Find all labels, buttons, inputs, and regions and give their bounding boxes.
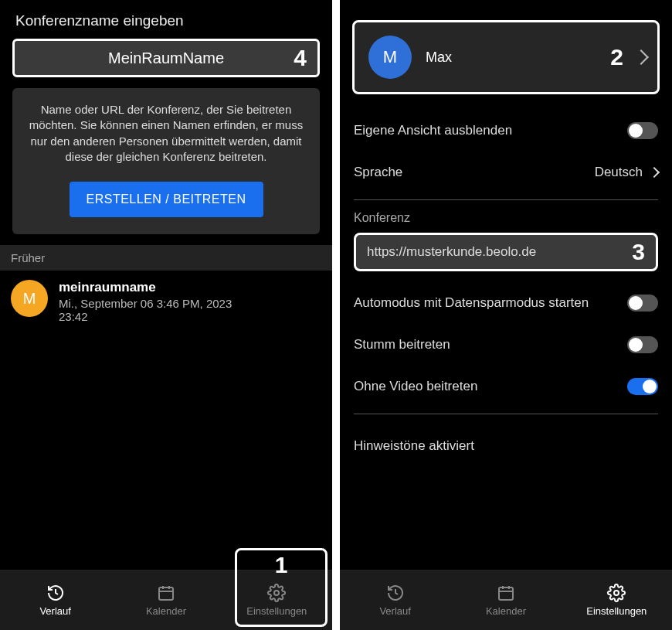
settings-list: Eigene Ansicht ausblenden Sprache Deutsc… — [340, 94, 672, 467]
annotation-3: 3 — [632, 239, 645, 265]
phone-screen-verlauf: Konferenzname eingeben MeinRaumName 4 Na… — [0, 0, 332, 630]
nav-label: Einstellungen — [246, 605, 307, 617]
toggle-hide-self[interactable] — [627, 122, 658, 139]
setting-label: Stumm beitreten — [354, 337, 450, 352]
section-conference: Konferenz — [354, 211, 658, 225]
svg-point-9 — [614, 591, 619, 595]
chevron-right-icon — [633, 49, 649, 65]
nav-label: Verlauf — [39, 605, 70, 617]
avatar: M — [368, 36, 412, 79]
setting-value: Deutsch — [595, 165, 658, 180]
setting-label: Sprache — [354, 165, 402, 180]
nav-label: Kalender — [486, 605, 526, 617]
info-card: Name oder URL der Konferenz, der Sie bei… — [12, 88, 320, 234]
server-url-input[interactable]: https://musterkunde.beolo.de 3 — [354, 233, 658, 271]
bottom-nav: Verlauf Kalender Einstellungen — [0, 570, 332, 630]
divider — [354, 199, 658, 200]
profile-name: Max — [426, 49, 452, 66]
gear-icon — [607, 584, 626, 602]
setting-language[interactable]: Sprache Deutsch — [354, 152, 658, 193]
svg-rect-5 — [499, 587, 513, 600]
nav-label: Verlauf — [379, 605, 410, 617]
calendar-icon — [497, 584, 515, 602]
server-url-value: https://musterkunde.beolo.de — [367, 244, 536, 260]
history-date: Mi., September 06 3:46 PM, 2023 — [59, 297, 232, 310]
toggle-mute[interactable] — [627, 336, 658, 353]
history-meta: meinraumname Mi., September 06 3:46 PM, … — [59, 280, 232, 323]
svg-rect-0 — [159, 587, 173, 600]
profile-row[interactable]: M Max 2 — [352, 20, 660, 94]
nav-einstellungen[interactable]: Einstellungen — [238, 579, 315, 621]
history-item[interactable]: M meinraumname Mi., September 06 3:46 PM… — [0, 271, 332, 332]
earlier-section-header: Früher — [0, 245, 332, 271]
nav-verlauf[interactable]: Verlauf — [357, 579, 434, 621]
history-icon — [386, 584, 405, 602]
bottom-nav: Verlauf Kalender Einstellungen — [340, 570, 672, 630]
nav-label: Einstellungen — [586, 605, 647, 617]
setting-tones[interactable]: Hinweistöne aktiviert — [354, 425, 658, 467]
create-join-button[interactable]: ERSTELLEN / BEITRETEN — [70, 182, 263, 217]
history-duration: 23:42 — [59, 310, 232, 323]
calendar-icon — [157, 584, 175, 602]
svg-point-4 — [274, 591, 279, 595]
annotation-2: 2 — [610, 44, 623, 70]
nav-einstellungen[interactable]: Einstellungen — [578, 579, 655, 621]
setting-hide-self[interactable]: Eigene Ansicht ausblenden — [354, 110, 658, 152]
divider — [354, 414, 658, 414]
chevron-right-icon — [649, 167, 660, 178]
nav-verlauf[interactable]: Verlauf — [17, 579, 94, 621]
setting-label: Automodus mit Datensparmodus starten — [354, 295, 589, 311]
toggle-no-video[interactable] — [627, 378, 658, 395]
gear-icon — [267, 584, 286, 602]
setting-automode[interactable]: Automodus mit Datensparmodus starten — [354, 282, 658, 324]
nav-kalender[interactable]: Kalender — [467, 579, 545, 621]
nav-kalender[interactable]: Kalender — [127, 579, 205, 621]
room-name-input[interactable]: MeinRaumName 4 — [12, 39, 320, 77]
setting-mute-join[interactable]: Stumm beitreten — [354, 324, 658, 366]
info-text: Name oder URL der Konferenz, der Sie bei… — [23, 102, 309, 165]
room-name-value: MeinRaumName — [108, 49, 224, 67]
annotation-4: 4 — [294, 45, 307, 71]
toggle-automode[interactable] — [627, 295, 658, 312]
setting-label: Eigene Ansicht ausblenden — [354, 123, 512, 138]
setting-label: Hinweistöne aktiviert — [354, 438, 474, 454]
setting-label: Ohne Video beitreten — [354, 379, 477, 394]
nav-label: Kalender — [146, 605, 186, 617]
input-label: Konferenzname eingeben — [0, 0, 332, 34]
history-title: meinraumname — [59, 280, 232, 295]
phone-screen-einstellungen: M Max 2 Eigene Ansicht ausblenden Sprach… — [340, 0, 672, 630]
avatar: M — [11, 280, 48, 317]
history-icon — [46, 584, 65, 602]
setting-no-video[interactable]: Ohne Video beitreten — [354, 366, 658, 407]
